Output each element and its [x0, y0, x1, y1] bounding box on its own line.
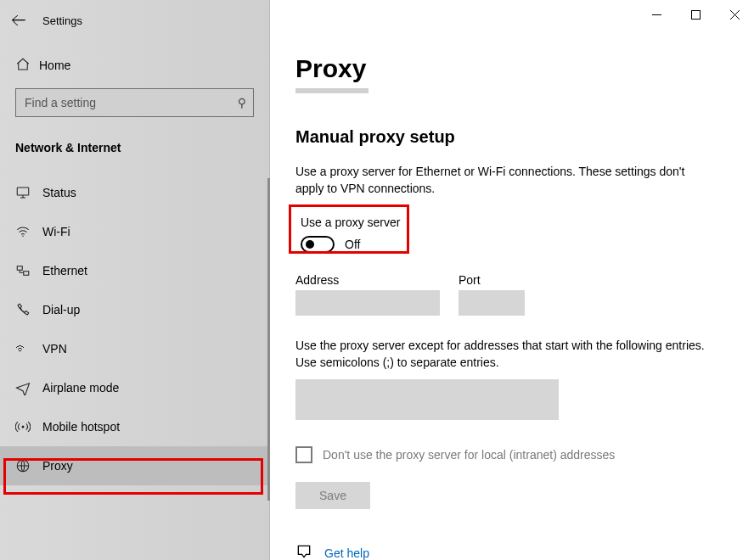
monitor-icon	[15, 185, 42, 200]
home-icon	[15, 57, 39, 75]
checkbox-icon	[295, 446, 312, 463]
address-input[interactable]	[295, 290, 440, 316]
svg-rect-0	[17, 188, 29, 195]
save-button-label: Save	[319, 489, 346, 502]
get-help-link[interactable]: Get help	[324, 546, 369, 560]
entries-help-text: Use the proxy server except for addresse…	[295, 338, 729, 371]
section-description: Use a proxy server for Ethernet or Wi-Fi…	[295, 164, 695, 197]
annotation-highlight-toggle	[289, 204, 409, 254]
app-title: Settings	[42, 14, 82, 27]
close-button[interactable]	[715, 2, 754, 27]
sidebar-item-wifi[interactable]: Wi-Fi	[0, 212, 269, 251]
search-input[interactable]	[23, 95, 238, 110]
svg-rect-2	[17, 266, 22, 271]
sidebar-item-label: Airplane mode	[42, 381, 119, 395]
content-pane: Proxy Manual proxy setup Use a proxy ser…	[270, 0, 754, 560]
search-icon: ⚲	[238, 96, 246, 109]
address-label: Address	[295, 273, 440, 287]
sidebar-item-hotspot[interactable]: Mobile hotspot	[0, 407, 269, 446]
window-controls	[637, 2, 754, 27]
sidebar-item-label: Dial-up	[42, 303, 80, 316]
airplane-icon	[15, 380, 42, 395]
svg-point-1	[22, 236, 24, 238]
home-label: Home	[39, 59, 70, 72]
entries-textarea[interactable]	[295, 379, 559, 420]
sidebar-item-vpn[interactable]: ᯤ VPN	[0, 329, 269, 368]
ethernet-icon	[15, 263, 42, 278]
minimize-button[interactable]	[637, 2, 676, 27]
sidebar-item-label: Wi-Fi	[42, 225, 70, 238]
vpn-icon: ᯤ	[15, 341, 42, 356]
port-input[interactable]	[459, 290, 525, 316]
wifi-icon	[15, 224, 42, 239]
sidebar-item-status[interactable]: Status	[0, 173, 269, 212]
sidebar-item-airplane[interactable]: Airplane mode	[0, 368, 269, 407]
category-heading: Network & Internet	[15, 141, 269, 154]
title-underline	[295, 88, 369, 93]
svg-rect-3	[24, 272, 29, 276]
back-button[interactable]: 🡠	[0, 5, 37, 36]
port-label: Port	[459, 273, 525, 287]
address-field-group: Address	[295, 273, 440, 316]
maximize-button[interactable]	[676, 2, 715, 27]
dialup-icon	[15, 302, 42, 317]
sidebar-item-label: Status	[42, 186, 76, 199]
svg-rect-7	[691, 10, 700, 19]
annotation-highlight-proxy	[3, 458, 263, 495]
sidebar-item-home[interactable]: Home	[0, 51, 269, 80]
save-button[interactable]: Save	[295, 482, 370, 509]
page-title: Proxy	[295, 54, 729, 83]
sidebar-item-label: Mobile hotspot	[42, 420, 120, 434]
sidebar-item-dialup[interactable]: Dial-up	[0, 290, 269, 329]
chat-icon	[295, 543, 312, 560]
section-heading: Manual proxy setup	[295, 127, 729, 147]
sidebar-item-label: Ethernet	[42, 264, 87, 277]
search-box[interactable]: ⚲	[15, 88, 254, 117]
local-checkbox-label: Don't use the proxy server for local (in…	[323, 448, 615, 462]
hotspot-icon	[15, 419, 42, 434]
arrow-left-icon: 🡠	[11, 12, 26, 30]
port-field-group: Port	[459, 273, 525, 316]
sidebar-item-label: VPN	[42, 342, 67, 356]
sidebar-item-ethernet[interactable]: Ethernet	[0, 251, 269, 290]
svg-point-4	[22, 426, 25, 428]
local-checkbox-row[interactable]: Don't use the proxy server for local (in…	[295, 446, 729, 463]
